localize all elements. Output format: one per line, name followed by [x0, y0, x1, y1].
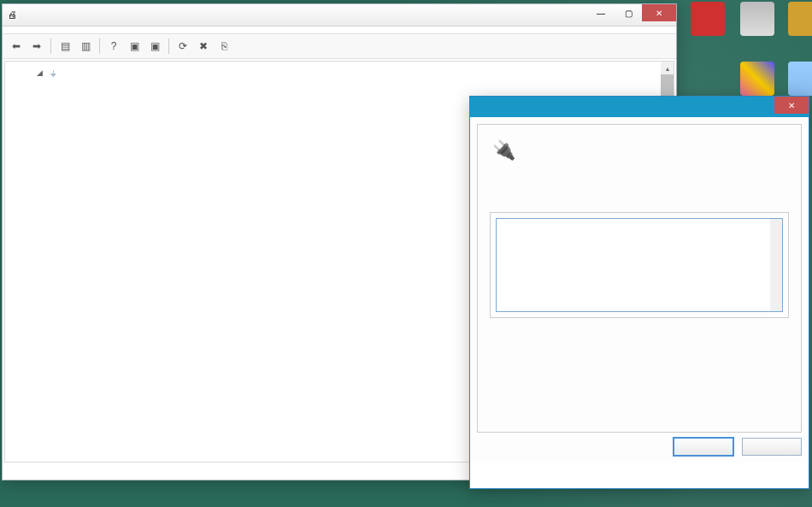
scroll-up-icon[interactable]: ▴ — [661, 62, 674, 74]
shortcut-icon — [788, 2, 813, 36]
titlebar[interactable]: 🖨 ― ▢ ✕ — [3, 4, 676, 27]
ok-button[interactable] — [674, 438, 733, 456]
cancel-button[interactable] — [742, 438, 802, 456]
show-hide-tree-button[interactable]: ▤ — [56, 38, 74, 55]
shortcut-icon — [691, 2, 725, 36]
menu-help[interactable] — [62, 28, 79, 32]
desktop-shortcut[interactable] — [781, 2, 812, 38]
desktop-shortcut[interactable] — [684, 2, 731, 38]
usb-device-icon: 🔌 — [490, 137, 517, 164]
device-button[interactable]: ▣ — [126, 38, 143, 55]
desktop-shortcut[interactable] — [733, 2, 780, 38]
desktop-shortcut[interactable] — [781, 62, 812, 97]
nav-forward-button[interactable]: ➡ — [28, 38, 45, 55]
scan-hardware-button[interactable]: ⟳ — [174, 38, 191, 55]
status-scrollbar[interactable] — [770, 219, 782, 311]
device-status-group — [490, 212, 789, 318]
tree-category-usb[interactable]: ◢ ⏚ — [14, 65, 674, 80]
maximize-button[interactable]: ▢ — [615, 4, 642, 21]
desktop-shortcut[interactable] — [733, 62, 780, 97]
minimize-button[interactable]: ― — [587, 4, 615, 21]
app-icon: 🖨 — [8, 9, 20, 21]
update-driver-button[interactable]: ⎘ — [215, 38, 232, 55]
device-alt-button[interactable]: ▣ — [146, 38, 163, 55]
tab-panel-general: 🔌 — [477, 125, 802, 433]
menu-action[interactable] — [25, 28, 42, 32]
menu-view[interactable] — [44, 28, 61, 32]
separator — [99, 38, 100, 54]
usb-controller-icon: ⏚ — [46, 66, 60, 80]
dialog-close-button[interactable]: ✕ — [774, 97, 809, 114]
help-button[interactable]: ? — [105, 38, 122, 55]
shortcut-icon — [740, 62, 774, 96]
close-button[interactable]: ✕ — [642, 4, 676, 21]
shortcut-icon — [788, 62, 813, 96]
device-status-text[interactable] — [496, 218, 783, 312]
toolbar: ⬅ ➡ ▤ ▥ ? ▣ ▣ ⟳ ✖ ⎘ — [3, 34, 676, 59]
uninstall-button[interactable]: ✖ — [195, 38, 212, 55]
shortcut-icon — [740, 2, 774, 36]
dialog-body: 🔌 — [470, 117, 809, 463]
menu-file[interactable] — [6, 28, 23, 32]
separator — [50, 38, 51, 54]
device-properties-dialog: ✕ 🔌 — [469, 96, 809, 489]
dialog-titlebar[interactable]: ✕ — [470, 97, 809, 117]
menu-bar — [3, 27, 676, 34]
nav-back-button[interactable]: ⬅ — [8, 38, 25, 55]
properties-button[interactable]: ▥ — [77, 38, 94, 55]
separator — [168, 38, 169, 54]
collapse-icon[interactable]: ◢ — [34, 65, 44, 80]
dialog-buttons — [477, 433, 802, 456]
window-controls: ― ▢ ✕ — [587, 4, 676, 21]
device-header: 🔌 — [490, 137, 789, 164]
